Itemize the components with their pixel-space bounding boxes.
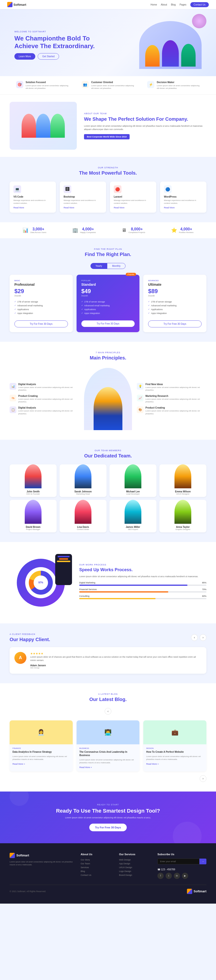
plan-standard-features: 1TB of server storage Advanced email mar… bbox=[82, 300, 135, 315]
footer-link[interactable]: Our Team bbox=[81, 862, 113, 865]
about-person-3 bbox=[50, 114, 65, 138]
cta-button[interactable]: Try For Free 30 Days bbox=[89, 824, 127, 831]
pricing-tag: FIND THE RIGHT PLAN bbox=[10, 248, 206, 250]
plan-ultimate-tag: ADVANCED bbox=[148, 280, 202, 282]
subscribe-button[interactable]: → bbox=[200, 859, 206, 864]
principle-desc-2: Lorem ipsum dolor sit amet consectetur a… bbox=[18, 398, 79, 403]
feature-customer-oriented: 👥 Customer Oriented Lorem ipsum dolor si… bbox=[82, 81, 134, 89]
subscribe-form: → bbox=[157, 859, 206, 864]
principle-name-4: Find New Ideas bbox=[146, 383, 206, 386]
nav-blog[interactable]: Blog bbox=[171, 3, 176, 6]
footer-link[interactable]: Blog bbox=[81, 870, 113, 872]
team-role-1: CEO & Founder bbox=[11, 493, 55, 495]
plan-ultimate-btn[interactable]: Try For Free 30 Days bbox=[148, 320, 202, 328]
feature-item: Apps Integration bbox=[82, 311, 135, 315]
footer-link[interactable]: Services bbox=[81, 866, 113, 869]
social-facebook[interactable]: f bbox=[157, 873, 164, 879]
progress-bar-3 bbox=[79, 598, 206, 599]
hero-decor-circle bbox=[192, 14, 206, 28]
blog-read-3[interactable]: Read More » bbox=[146, 763, 203, 765]
cta-decor-2 bbox=[173, 822, 202, 843]
team-role-2: Marketing Head bbox=[61, 493, 105, 495]
hero-get-started-button[interactable]: Get Started bbox=[38, 53, 59, 60]
plan-standard-btn[interactable]: Try For Free 30 Days bbox=[82, 320, 135, 327]
pricing-section: FIND THE RIGHT PLAN Find The Right Plan.… bbox=[0, 238, 216, 342]
process-visual: 97% bbox=[10, 552, 72, 614]
plan-ultimate: ADVANCED Ultimate $89 /month 1TB of serv… bbox=[143, 275, 206, 332]
principle-name-3: Digital Analysis bbox=[18, 406, 79, 409]
blog-next-button[interactable]: › bbox=[200, 775, 206, 782]
team-role-8: Graphic Designer bbox=[161, 528, 205, 530]
footer-link[interactable]: Web Design bbox=[119, 859, 152, 861]
social-twitter[interactable]: t bbox=[166, 873, 172, 879]
hero-learn-more-button[interactable]: Learn More bbox=[14, 53, 35, 60]
plan-professional-price: $29 bbox=[14, 288, 68, 294]
phone-bar-2 bbox=[59, 558, 68, 560]
footer-link[interactable]: UI/UX Design bbox=[119, 866, 152, 869]
social-linkedin[interactable]: in bbox=[174, 873, 180, 879]
plan-professional-btn[interactable]: Try For Free 30 Days bbox=[14, 320, 68, 328]
team-role-5: Project Manager bbox=[11, 528, 55, 530]
nav-cta-button[interactable]: Contact Us bbox=[190, 2, 209, 7]
tab-yearly[interactable]: Yearly bbox=[91, 263, 107, 269]
team-fig-2 bbox=[75, 465, 91, 488]
blog-title-2: The Coronavirus Crisis And Leadership In… bbox=[80, 750, 137, 757]
wordpress-read-more[interactable]: Read More bbox=[164, 207, 203, 209]
footer-bottom-logo-icon bbox=[187, 889, 192, 894]
blog-read-1[interactable]: Read More » bbox=[13, 763, 70, 765]
footer-col-2-title: Our Services bbox=[119, 853, 152, 856]
principle-name-5: Marketing Research bbox=[146, 395, 206, 397]
tab-monthly[interactable]: Monthly bbox=[107, 263, 125, 269]
vscode-read-more[interactable]: Read More bbox=[13, 207, 52, 209]
feature-decision-maker: ⚡ Decision Maker Lorem ipsum dolor sit a… bbox=[147, 81, 200, 89]
principle-desc-5: Lorem ipsum dolor sit amet consectetur a… bbox=[146, 398, 206, 403]
team-img-1 bbox=[10, 465, 57, 488]
footer-link[interactable]: Logo Design bbox=[119, 870, 152, 872]
clients-prev-button[interactable]: ‹ bbox=[191, 634, 198, 641]
progress-bar-2 bbox=[79, 591, 206, 592]
team-fig-3 bbox=[125, 465, 141, 488]
principle-find-ideas: 💡 Find New Ideas Lorem ipsum dolor sit a… bbox=[137, 383, 206, 391]
bootstrap-read-more[interactable]: Read More bbox=[64, 207, 102, 209]
vscode-icon: 💻 bbox=[13, 185, 21, 193]
team-name-3: Michael Lee bbox=[111, 490, 155, 493]
hero-text: WELCOME TO SOFTMART We Championthe Bold … bbox=[14, 30, 110, 59]
nav-about[interactable]: About bbox=[161, 3, 167, 6]
cta-tag: READY TO START bbox=[10, 803, 206, 806]
laravel-read-more[interactable]: Read More bbox=[114, 207, 152, 209]
stats-strip: 📊 3,000+ Data Across Users 🏢 4,000+ Happ… bbox=[0, 222, 216, 238]
footer-link[interactable]: Brand Design bbox=[119, 874, 152, 876]
plan-standard-price: $49 bbox=[82, 288, 135, 294]
progress-pct-3: 60% bbox=[202, 595, 206, 597]
stat-companies: 🏢 4,000+ Happy Companies bbox=[72, 227, 96, 234]
blog-prev-button[interactable]: ‹ bbox=[105, 708, 111, 714]
bootstrap-icon: 🅱 bbox=[64, 185, 71, 193]
footer-col-subscribe: Subscribe Us → ☎ 123 - 456789 f t in ▶ bbox=[157, 853, 206, 879]
blog-tag-1: FINANCE bbox=[13, 747, 70, 749]
footer-phone: ☎ 123 - 456789 bbox=[157, 868, 206, 871]
stat-label-4: Positive Reviews bbox=[179, 231, 194, 234]
blog-read-2[interactable]: Read More » bbox=[80, 766, 137, 768]
blog-excerpt-2: Lorem ipsum dolor sit amet consectetur a… bbox=[80, 759, 137, 764]
tools-tag: OUR STRENGTH bbox=[10, 167, 206, 169]
team-member-8: Anna Taylor Graphic Designer bbox=[159, 500, 206, 532]
footer-link[interactable]: App Design bbox=[119, 862, 152, 865]
feature-item: Advanced email marketing bbox=[148, 304, 202, 307]
process-inner-circle: 97% bbox=[25, 567, 56, 598]
footer-copyright: © 2021 Softmart. All Rights Reserved. bbox=[10, 890, 46, 892]
footer-link[interactable]: Our Story bbox=[81, 859, 113, 861]
nav-home[interactable]: Home bbox=[150, 3, 157, 6]
clients-next-button[interactable]: › bbox=[200, 634, 206, 641]
nav-pages[interactable]: Pages bbox=[179, 3, 186, 6]
footer-bottom: © 2021 Softmart. All Rights Reserved. So… bbox=[10, 885, 206, 894]
social-youtube[interactable]: ▶ bbox=[182, 873, 188, 879]
team-tag: OUR TEAM MEMBERS bbox=[10, 449, 206, 452]
team-name-1: John Smith bbox=[11, 490, 55, 493]
principle-name-6: Product Creating bbox=[146, 406, 206, 409]
subscribe-input[interactable] bbox=[157, 859, 200, 864]
process-text: OUR WORK PROCESS Speed Up Works Process.… bbox=[79, 563, 206, 601]
plan-ultimate-features: 1TB of server storage Advanced email mar… bbox=[148, 300, 202, 315]
stat-num-4: 4,000+ bbox=[179, 227, 194, 231]
stat-label-1: Data Across Users bbox=[30, 231, 46, 234]
footer-link[interactable]: Contact Us bbox=[81, 874, 113, 876]
